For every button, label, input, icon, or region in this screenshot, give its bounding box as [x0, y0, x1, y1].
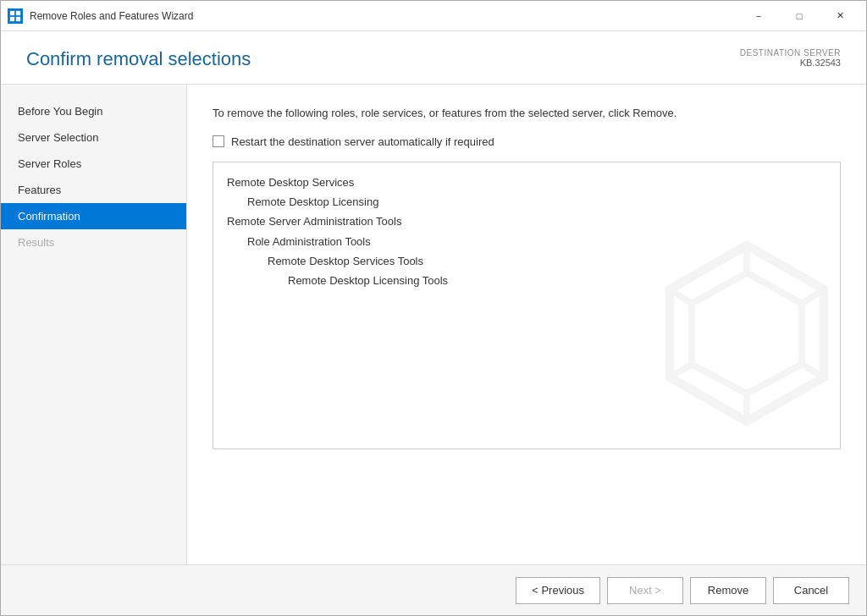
cancel-button[interactable]: Cancel [773, 577, 849, 604]
sidebar-item-results: Results [1, 229, 186, 256]
restart-checkbox[interactable] [213, 135, 224, 147]
sidebar: Before You Begin Server Selection Server… [1, 85, 187, 564]
remove-button[interactable]: Remove [690, 577, 766, 604]
watermark [637, 234, 841, 449]
next-button[interactable]: Next > [607, 577, 683, 604]
feature-remote-desktop-licensing: Remote Desktop Licensing [227, 192, 826, 212]
feature-remote-desktop-services: Remote Desktop Services [227, 173, 826, 192]
restart-checkbox-label: Restart the destination server automatic… [231, 135, 494, 148]
wizard-body: Before You Begin Server Selection Server… [1, 85, 866, 564]
feature-remote-server-admin-tools: Remote Server Administration Tools [227, 212, 826, 231]
sidebar-item-confirmation[interactable]: Confirmation [1, 203, 186, 229]
svg-rect-2 [10, 16, 14, 20]
dest-server-name: KB.32543 [740, 58, 841, 68]
svg-rect-1 [16, 10, 20, 14]
svg-marker-5 [692, 272, 802, 393]
features-list-box: Remote Desktop Services Remote Desktop L… [213, 162, 841, 449]
sidebar-item-server-roles[interactable]: Server Roles [1, 151, 186, 177]
restart-checkbox-row[interactable]: Restart the destination server automatic… [213, 135, 841, 148]
app-icon [8, 8, 23, 24]
page-title: Confirm removal selections [26, 48, 251, 70]
wizard-header: Confirm removal selections DESTINATION S… [1, 31, 866, 85]
dest-server-label: DESTINATION SERVER [740, 48, 841, 58]
close-button[interactable]: ✕ [820, 3, 859, 30]
minimize-button[interactable]: − [739, 3, 778, 30]
previous-button[interactable]: < Previous [516, 577, 600, 604]
main-content: To remove the following roles, role serv… [187, 85, 866, 564]
wizard-window: Remove Roles and Features Wizard − □ ✕ C… [0, 0, 867, 616]
title-bar: Remove Roles and Features Wizard − □ ✕ [1, 1, 866, 31]
window-title: Remove Roles and Features Wizard [30, 10, 739, 22]
svg-rect-3 [16, 16, 20, 20]
instruction-text: To remove the following roles, role serv… [213, 105, 841, 122]
maximize-button[interactable]: □ [780, 3, 819, 30]
sidebar-item-features[interactable]: Features [1, 177, 186, 203]
wizard-footer: < Previous Next > Remove Cancel [1, 564, 866, 615]
sidebar-item-before-you-begin[interactable]: Before You Begin [1, 98, 186, 124]
svg-rect-0 [10, 10, 14, 14]
destination-server-info: DESTINATION SERVER KB.32543 [740, 48, 841, 68]
window-controls: − □ ✕ [739, 3, 859, 30]
sidebar-item-server-selection[interactable]: Server Selection [1, 124, 186, 151]
